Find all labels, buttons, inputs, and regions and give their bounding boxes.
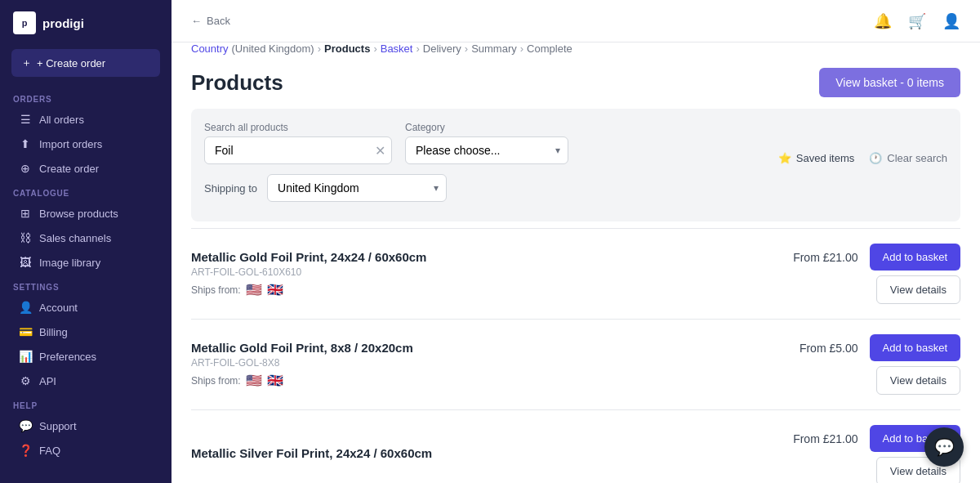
breadcrumb-products: Products	[324, 42, 370, 55]
sidebar-logo: p prodigi	[0, 0, 172, 46]
search-row: Search all products ✕ Category Please ch…	[204, 122, 947, 164]
flag-icon: 🇬🇧	[267, 282, 283, 297]
logo-icon: p	[13, 11, 36, 34]
flag-icon: 🇺🇸	[246, 282, 262, 297]
sidebar-item-billing[interactable]: 💳 Billing	[5, 320, 167, 344]
sidebar-item-support[interactable]: 💬 Support	[5, 414, 167, 438]
search-input-wrap: ✕	[204, 136, 392, 164]
product-price-2: From £21.00	[793, 432, 858, 445]
category-select-wrap: Please choose... ▾	[405, 136, 568, 164]
sidebar-icon-image-library: 🖼	[18, 256, 33, 269]
breadcrumb-sep-2: ›	[373, 42, 376, 55]
create-order-button[interactable]: ＋ + Create order	[11, 49, 160, 77]
product-name-0: Metallic Gold Foil Print, 24x24 / 60x60c…	[191, 250, 793, 264]
topbar-icons: 🔔 🛒 👤	[874, 12, 960, 30]
sidebar-item-account[interactable]: 👤 Account	[5, 295, 167, 320]
sidebar-section-orders: ORDERS	[0, 87, 172, 107]
ships-from-label: Ships from:	[191, 284, 241, 296]
main-content: ← Back 🔔 🛒 👤 Country (United Kingdom) › …	[172, 0, 980, 483]
topbar: ← Back 🔔 🛒 👤	[172, 0, 980, 42]
category-select[interactable]: Please choose...	[405, 136, 568, 164]
shipping-select-wrap: United Kingdom ▾	[267, 174, 447, 202]
search-field-group: Search all products ✕	[204, 122, 392, 164]
sidebar-item-api[interactable]: ⚙ API	[5, 369, 167, 393]
page-header: Products View basket - 0 items	[191, 55, 960, 109]
product-right-0: From £21.00 Add to basket	[793, 244, 960, 271]
sidebar-label-all-orders: All orders	[39, 114, 84, 126]
sidebar-label-import-orders: Import orders	[39, 138, 102, 150]
view-basket-button[interactable]: View basket - 0 items	[819, 68, 960, 97]
sidebar-icon-create-order: ⊕	[18, 162, 33, 175]
add-to-basket-button-1[interactable]: Add to basket	[870, 334, 961, 361]
breadcrumb-country[interactable]: Country	[191, 42, 229, 55]
sidebar-icon-preferences: 📊	[18, 350, 33, 363]
product-name-1: Metallic Gold Foil Print, 8x8 / 20x20cm	[191, 341, 800, 355]
sidebar-item-image-library[interactable]: 🖼 Image library	[5, 250, 167, 275]
sidebar-label-preferences: Preferences	[39, 351, 96, 363]
sidebar-item-all-orders[interactable]: ☰ All orders	[5, 107, 167, 132]
clock-icon: 🕐	[869, 152, 882, 164]
search-clear-icon[interactable]: ✕	[375, 143, 385, 159]
breadcrumb: Country (United Kingdom) › Products › Ba…	[191, 42, 960, 55]
star-icon: ⭐	[778, 152, 791, 164]
sidebar-item-preferences[interactable]: 📊 Preferences	[5, 344, 167, 369]
product-actions-0: From £21.00 Add to basket View details	[793, 244, 960, 304]
basket-icon[interactable]: 🛒	[908, 12, 926, 30]
add-to-basket-button-0[interactable]: Add to basket	[870, 244, 961, 271]
sidebar-icon-billing: 💳	[18, 325, 33, 338]
product-info-1: Metallic Gold Foil Print, 8x8 / 20x20cm …	[191, 341, 800, 388]
sidebar-item-faq[interactable]: ❓ FAQ	[5, 438, 167, 463]
sidebar-icon-all-orders: ☰	[18, 113, 33, 126]
product-name-2: Metallic Silver Foil Print, 24x24 / 60x6…	[191, 446, 793, 460]
sidebar-icon-api: ⚙	[18, 374, 33, 387]
category-label: Category	[405, 122, 568, 133]
table-row: Metallic Gold Foil Print, 24x24 / 60x60c…	[191, 228, 960, 319]
sidebar-icon-support: 💬	[18, 419, 33, 432]
sidebar-label-browse-products: Browse products	[39, 208, 118, 220]
view-details-button-1[interactable]: View details	[876, 366, 960, 395]
product-right-1: From £5.00 Add to basket	[800, 334, 960, 361]
sidebar-item-import-orders[interactable]: ⬆ Import orders	[5, 132, 167, 156]
sidebar-label-create-order: Create order	[39, 163, 99, 175]
saved-items-button[interactable]: ⭐ Saved items	[778, 152, 855, 164]
sidebar-label-image-library: Image library	[39, 257, 100, 269]
sidebar: p prodigi ＋ + Create order ORDERS ☰ All …	[0, 0, 172, 483]
view-details-button-0[interactable]: View details	[876, 275, 960, 304]
breadcrumb-complete: Complete	[527, 42, 572, 55]
back-button[interactable]: ← Back	[191, 15, 230, 27]
breadcrumb-summary: Summary	[471, 42, 517, 55]
chat-icon: 💬	[934, 437, 955, 457]
sidebar-icon-browse-products: ⊞	[18, 207, 33, 220]
user-icon[interactable]: 👤	[942, 12, 960, 30]
notification-icon[interactable]: 🔔	[874, 12, 892, 30]
clear-search-button[interactable]: 🕐 Clear search	[869, 152, 947, 164]
shipping-select[interactable]: United Kingdom	[267, 174, 447, 202]
product-price-1: From £5.00	[800, 342, 858, 355]
category-field-group: Category Please choose... ▾	[405, 122, 568, 164]
table-row: Metallic Gold Foil Print, 8x8 / 20x20cm …	[191, 319, 960, 409]
flag-icon: 🇬🇧	[267, 373, 283, 388]
sidebar-icon-account: 👤	[18, 301, 33, 314]
sidebar-label-account: Account	[39, 302, 78, 314]
shipping-row: Shipping to United Kingdom ▾	[204, 164, 947, 205]
breadcrumb-sep-1: ›	[318, 42, 321, 55]
sidebar-section-help: HELP	[0, 393, 172, 414]
sidebar-label-support: Support	[39, 420, 77, 432]
sidebar-item-create-order[interactable]: ⊕ Create order	[5, 156, 167, 181]
sidebar-item-browse-products[interactable]: ⊞ Browse products	[5, 201, 167, 226]
sidebar-item-sales-channels[interactable]: ⛓ Sales channels	[5, 226, 167, 250]
logo-text: prodigi	[42, 16, 84, 30]
product-actions-1: From £5.00 Add to basket View details	[800, 334, 960, 395]
chat-button[interactable]: 💬	[924, 427, 964, 467]
search-actions: ⭐ Saved items 🕐 Clear search	[778, 137, 947, 164]
breadcrumb-basket[interactable]: Basket	[381, 42, 413, 55]
search-input[interactable]	[204, 136, 392, 164]
sidebar-icon-sales-channels: ⛓	[18, 231, 33, 244]
breadcrumb-delivery: Delivery	[423, 42, 461, 55]
breadcrumb-country-name: (United Kingdom)	[232, 42, 314, 55]
product-list: Metallic Gold Foil Print, 24x24 / 60x60c…	[191, 228, 960, 483]
sidebar-icon-import-orders: ⬆	[18, 137, 33, 150]
sidebar-section-settings: SETTINGS	[0, 275, 172, 295]
sidebar-label-sales-channels: Sales channels	[39, 232, 111, 244]
flag-icon: 🇺🇸	[246, 373, 262, 388]
